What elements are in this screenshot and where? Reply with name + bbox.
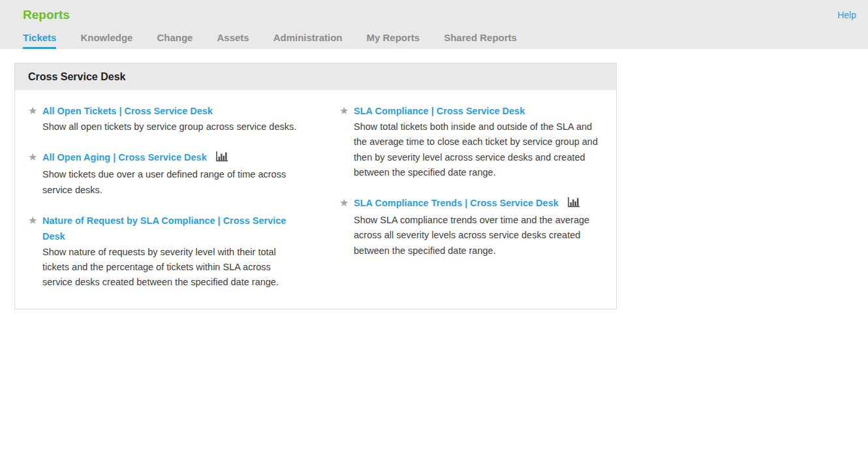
report-link-sla-compliance[interactable]: SLA Compliance | Cross Service Desk [354, 106, 525, 116]
report-column-left: ★ All Open Tickets | Cross Service Desk … [28, 103, 339, 290]
report-link-nature-of-request[interactable]: Nature of Request by SLA Compliance | Cr… [42, 215, 286, 242]
report-item-nature-of-request: ★ Nature of Request by SLA Compliance | … [28, 213, 339, 290]
favorite-star-icon[interactable]: ★ [28, 103, 42, 134]
report-description: Show tickets due over a user defined ran… [42, 167, 298, 198]
report-tabs: Tickets Knowledge Change Assets Administ… [23, 32, 541, 49]
report-group-title: Cross Service Desk [15, 63, 616, 90]
tab-knowledge[interactable]: Knowledge [80, 32, 132, 49]
report-item-sla-compliance: ★ SLA Compliance | Cross Service Desk Sh… [339, 103, 603, 180]
tab-assets[interactable]: Assets [217, 32, 249, 49]
bar-chart-icon [568, 196, 580, 212]
report-link-all-open-aging[interactable]: All Open Aging | Cross Service Desk [42, 152, 207, 163]
tab-my-reports[interactable]: My Reports [367, 32, 420, 49]
tab-administration[interactable]: Administration [273, 32, 343, 49]
report-description: Show nature of requests by severity leve… [42, 245, 298, 290]
help-link[interactable]: Help [837, 10, 856, 20]
report-group-card: Cross Service Desk ★ All Open Tickets | … [14, 63, 617, 309]
page-title: Reports [23, 8, 70, 22]
tab-tickets[interactable]: Tickets [23, 32, 56, 49]
report-item-all-open-aging: ★ All Open Aging | Cross Service Desk [28, 149, 339, 198]
report-description: Show total tickets both inside and outsi… [354, 119, 603, 180]
report-list: ★ All Open Tickets | Cross Service Desk … [15, 90, 616, 309]
report-description: Show SLA compliance trends over time and… [354, 213, 603, 258]
bar-chart-icon [216, 151, 228, 166]
report-description: Show all open tickets by service group a… [42, 119, 296, 134]
favorite-star-icon[interactable]: ★ [28, 149, 42, 198]
favorite-star-icon[interactable]: ★ [339, 103, 354, 180]
top-header: Reports Help Tickets Knowledge Change As… [0, 0, 868, 49]
favorite-star-icon[interactable]: ★ [339, 195, 354, 258]
tab-change[interactable]: Change [157, 32, 193, 49]
report-link-sla-compliance-trends[interactable]: SLA Compliance Trends | Cross Service De… [354, 198, 559, 208]
tab-shared-reports[interactable]: Shared Reports [444, 32, 517, 49]
report-column-right: ★ SLA Compliance | Cross Service Desk Sh… [339, 103, 603, 290]
report-item-sla-compliance-trends: ★ SLA Compliance Trends | Cross Service … [339, 195, 603, 258]
main-content: Cross Service Desk ★ All Open Tickets | … [0, 63, 868, 309]
report-item-all-open-tickets: ★ All Open Tickets | Cross Service Desk … [28, 103, 339, 134]
report-link-all-open-tickets[interactable]: All Open Tickets | Cross Service Desk [42, 106, 213, 116]
favorite-star-icon[interactable]: ★ [28, 213, 42, 290]
